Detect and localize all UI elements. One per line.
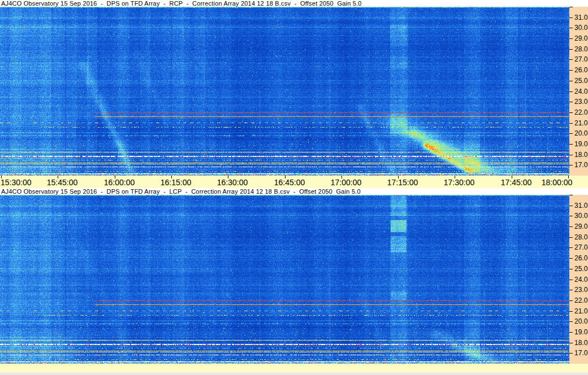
freq-tick-label: 18.0 — [574, 339, 587, 347]
freq-tick — [569, 133, 573, 134]
freq-tick — [569, 155, 573, 155]
freq-tick-label: 25.0 — [574, 265, 587, 273]
freq-tick — [569, 102, 573, 102]
freq-tick — [569, 226, 573, 227]
freq-tick-label: 22.0 — [574, 296, 587, 304]
freq-tick — [569, 7, 573, 7]
freq-tick-label: 26.0 — [574, 254, 587, 262]
frequency-axis-lcp: 31.030.029.028.027.026.025.024.023.022.0… — [569, 195, 588, 364]
freq-tick — [569, 290, 573, 290]
freq-tick — [569, 81, 573, 81]
freq-tick-label: 21.0 — [574, 307, 587, 315]
time-tick-label: 16:15:00 — [161, 178, 192, 187]
footer-strip — [0, 373, 588, 375]
freq-tick — [569, 28, 573, 28]
freq-tick — [569, 280, 573, 280]
freq-tick-label: 30.0 — [574, 24, 587, 32]
time-axis-lcp — [0, 364, 588, 373]
freq-tick-label: 24.0 — [574, 276, 587, 284]
spectrogram-rcp[interactable] — [0, 7, 569, 176]
panel-title-lcp: AJ4CO Observatory 15 Sep 2016 - DPS on T… — [0, 188, 588, 195]
freq-tick — [569, 144, 573, 145]
freq-tick-label: 27.0 — [574, 243, 587, 251]
spectrograph-window: { "ui": { "title_bg": "#FFFFFF", "title_… — [0, 0, 588, 375]
freq-tick-label: 18.0 — [574, 151, 587, 159]
time-tick-label: 16:00:00 — [104, 178, 135, 187]
panel-lcp: AJ4CO Observatory 15 Sep 2016 - DPS on T… — [0, 188, 588, 373]
spectrogram-lcp[interactable] — [0, 195, 569, 364]
time-tick-label: 17:15:00 — [387, 178, 418, 187]
freq-tick — [569, 321, 573, 322]
freq-tick — [569, 38, 573, 39]
freq-tick-label: 19.0 — [574, 140, 587, 148]
freq-tick-label: 31.0 — [574, 202, 587, 210]
freq-tick — [569, 269, 573, 269]
freq-tick-label: 17.0 — [574, 161, 587, 169]
freq-tick — [569, 343, 573, 343]
freq-tick — [569, 165, 573, 165]
freq-tick — [569, 91, 573, 92]
freq-tick — [569, 112, 573, 113]
freq-tick-label: 29.0 — [574, 223, 587, 230]
freq-tick — [569, 49, 573, 50]
freq-tick — [569, 247, 573, 248]
freq-tick-label: 20.0 — [574, 129, 587, 137]
freq-tick-label: 23.0 — [574, 98, 587, 106]
time-tick-label: 18:00:00 — [542, 178, 573, 187]
freq-tick — [569, 311, 573, 312]
time-tick-label: 15:45:00 — [47, 178, 78, 187]
freq-tick — [569, 353, 573, 354]
freq-tick-label: 25.0 — [574, 77, 587, 85]
freq-tick-label: 26.0 — [574, 66, 587, 74]
freq-tick-label: 19.0 — [574, 328, 587, 336]
time-tick-label: 17:45:00 — [501, 178, 532, 187]
freq-tick — [569, 70, 573, 71]
freq-tick-label: 21.0 — [574, 119, 587, 127]
time-axis-rcp: 15:30:0015:45:0016:00:0016:15:0016:30:00… — [0, 176, 588, 188]
freq-tick — [569, 237, 573, 238]
time-tick-label: 17:30:00 — [444, 178, 475, 187]
freq-tick — [569, 206, 573, 206]
freq-tick-label: 31.0 — [574, 14, 587, 21]
freq-tick-label: 20.0 — [574, 317, 587, 325]
time-tick-label: 16:30:00 — [217, 178, 248, 187]
freq-tick — [569, 300, 573, 301]
spectrogram-row-lcp: 31.030.029.028.027.026.025.024.023.022.0… — [0, 195, 588, 364]
freq-tick — [569, 123, 573, 124]
freq-tick-label: 28.0 — [574, 45, 587, 53]
freq-tick-label: 29.0 — [574, 34, 587, 42]
freq-tick — [569, 195, 573, 195]
time-tick-label: 17:00:00 — [331, 178, 362, 187]
spectrogram-row-rcp: 31.030.029.028.027.026.025.024.023.022.0… — [0, 7, 588, 176]
freq-tick — [569, 332, 573, 333]
panel-rcp: AJ4CO Observatory 15 Sep 2016 - DPS on T… — [0, 0, 588, 188]
freq-tick-label: 30.0 — [574, 212, 587, 220]
time-tick-label: 16:45:00 — [274, 178, 305, 187]
freq-tick-label: 23.0 — [574, 286, 587, 294]
freq-tick-label: 22.0 — [574, 108, 587, 116]
freq-tick — [569, 258, 573, 259]
frequency-axis-rcp: 31.030.029.028.027.026.025.024.023.022.0… — [569, 7, 588, 176]
panel-title-rcp: AJ4CO Observatory 15 Sep 2016 - DPS on T… — [0, 0, 588, 7]
freq-tick-label: 27.0 — [574, 55, 587, 63]
time-tick-label: 15:30:00 — [1, 178, 32, 187]
freq-tick — [569, 216, 573, 216]
freq-tick-label: 28.0 — [574, 233, 587, 241]
freq-tick — [569, 18, 573, 18]
freq-tick — [569, 59, 573, 60]
freq-tick-label: 17.0 — [574, 349, 587, 357]
freq-tick-label: 24.0 — [574, 88, 587, 95]
